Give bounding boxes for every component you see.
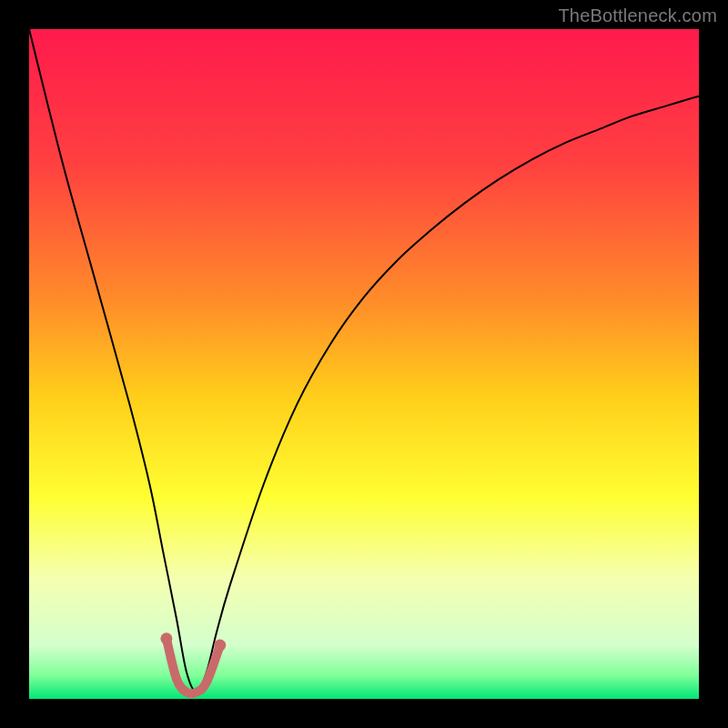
bottleneck-chart — [0, 0, 728, 728]
watermark-text: TheBottleneck.com — [558, 5, 717, 26]
marker — [160, 632, 172, 644]
chart-frame: { "watermark": "TheBottleneck.com", "cha… — [0, 0, 728, 728]
marker — [214, 640, 226, 652]
